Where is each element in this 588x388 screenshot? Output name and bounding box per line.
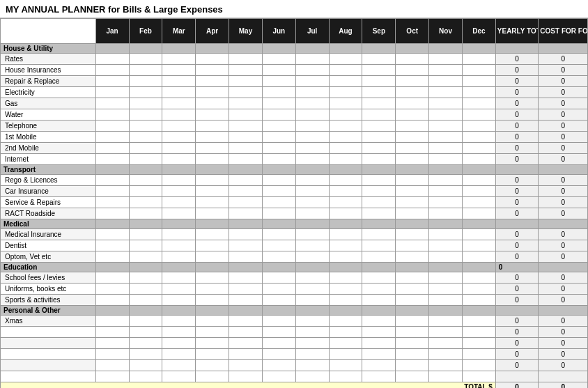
month-cell[interactable] (429, 121, 463, 132)
month-cell[interactable] (229, 316, 263, 327)
month-cell[interactable] (362, 87, 396, 98)
month-cell[interactable] (196, 338, 229, 349)
month-cell[interactable] (262, 371, 295, 382)
month-cell[interactable] (329, 229, 362, 240)
month-cell[interactable] (129, 338, 162, 349)
month-cell[interactable] (462, 327, 495, 338)
yearly-value[interactable]: 0 (495, 316, 539, 327)
month-cell[interactable] (429, 219, 463, 229)
month-cell[interactable] (362, 165, 396, 175)
fortnight-value[interactable]: 0 (539, 229, 588, 240)
yearly-value[interactable]: 0 (495, 272, 539, 284)
month-cell[interactable] (429, 143, 463, 154)
yearly-value[interactable]: 0 (495, 109, 539, 121)
month-cell[interactable] (95, 251, 129, 263)
month-cell[interactable] (329, 87, 362, 98)
fortnight-value[interactable]: 0 (539, 197, 588, 208)
month-cell[interactable] (396, 295, 429, 306)
fortnight-value[interactable]: 0 (539, 272, 588, 284)
month-cell[interactable] (162, 186, 196, 197)
month-cell[interactable] (329, 272, 362, 284)
yearly-value[interactable]: 0 (495, 251, 539, 263)
month-cell[interactable] (196, 295, 229, 306)
month-cell[interactable] (462, 121, 495, 132)
fortnight-value[interactable]: 0 (539, 54, 588, 65)
month-cell[interactable] (329, 143, 362, 154)
month-cell[interactable] (229, 306, 263, 316)
month-cell[interactable] (362, 219, 396, 229)
fortnight-value[interactable]: 0 (539, 240, 588, 251)
month-cell[interactable] (95, 186, 129, 197)
month-cell[interactable] (262, 87, 295, 98)
month-cell[interactable] (396, 219, 429, 229)
month-cell[interactable] (262, 175, 295, 186)
month-cell[interactable] (95, 295, 129, 306)
month-cell[interactable] (362, 272, 396, 284)
yearly-value[interactable]: 0 (495, 98, 539, 109)
month-cell[interactable] (162, 109, 196, 121)
fortnight-value[interactable]: 0 (539, 349, 588, 360)
month-cell[interactable] (429, 349, 463, 360)
month-cell[interactable] (362, 306, 396, 316)
month-cell[interactable] (229, 240, 263, 251)
month-cell[interactable] (429, 338, 463, 349)
month-cell[interactable] (196, 121, 229, 132)
yearly-value[interactable]: 0 (495, 240, 539, 251)
month-cell[interactable] (95, 98, 129, 109)
month-cell[interactable] (462, 87, 495, 98)
month-cell[interactable] (129, 132, 162, 143)
month-cell[interactable] (129, 295, 162, 306)
month-cell[interactable] (229, 371, 263, 382)
fortnight-value[interactable]: 0 (539, 338, 588, 349)
month-cell[interactable] (462, 316, 495, 327)
month-cell[interactable] (262, 154, 295, 165)
month-cell[interactable] (396, 284, 429, 295)
month-cell[interactable] (262, 349, 295, 360)
month-cell[interactable] (262, 316, 295, 327)
yearly-value[interactable]: 0 (495, 143, 539, 154)
month-cell[interactable] (396, 143, 429, 154)
month-cell[interactable] (129, 251, 162, 263)
month-cell[interactable] (429, 65, 463, 76)
month-cell[interactable] (162, 251, 196, 263)
month-cell[interactable] (329, 186, 362, 197)
month-cell[interactable] (396, 306, 429, 316)
month-cell[interactable] (262, 65, 295, 76)
month-cell[interactable] (229, 229, 263, 240)
month-cell[interactable] (329, 306, 362, 316)
month-cell[interactable] (162, 327, 196, 338)
month-cell[interactable] (262, 306, 295, 316)
month-cell[interactable] (196, 306, 229, 316)
month-cell[interactable] (229, 76, 263, 87)
month-cell[interactable] (396, 338, 429, 349)
month-cell[interactable] (396, 349, 429, 360)
month-cell[interactable] (362, 76, 396, 87)
yearly-value[interactable]: 0 (495, 76, 539, 87)
month-cell[interactable] (295, 121, 329, 132)
month-cell[interactable] (362, 316, 396, 327)
month-cell[interactable] (429, 175, 463, 186)
yearly-value[interactable]: 0 (495, 132, 539, 143)
month-cell[interactable] (196, 229, 229, 240)
month-cell[interactable] (129, 98, 162, 109)
month-cell[interactable] (129, 306, 162, 316)
month-cell[interactable] (162, 165, 196, 175)
month-cell[interactable] (362, 284, 396, 295)
month-cell[interactable] (396, 76, 429, 87)
month-cell[interactable] (196, 154, 229, 165)
month-cell[interactable] (229, 327, 263, 338)
month-cell[interactable] (329, 219, 362, 229)
month-cell[interactable] (196, 371, 229, 382)
month-cell[interactable] (429, 284, 463, 295)
fortnight-value[interactable]: 0 (539, 360, 588, 371)
fortnight-value[interactable]: 0 (539, 109, 588, 121)
month-cell[interactable] (262, 121, 295, 132)
month-cell[interactable] (129, 229, 162, 240)
yearly-value[interactable] (495, 371, 539, 382)
month-cell[interactable] (162, 263, 196, 272)
month-cell[interactable] (462, 44, 495, 54)
month-cell[interactable] (396, 208, 429, 219)
month-cell[interactable] (129, 349, 162, 360)
month-cell[interactable] (262, 54, 295, 65)
month-cell[interactable] (329, 121, 362, 132)
